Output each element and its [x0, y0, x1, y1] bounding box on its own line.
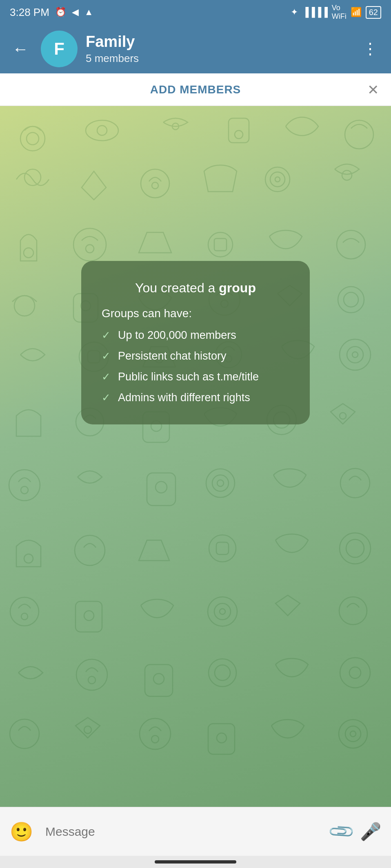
- navigation-icon: ◀: [72, 7, 79, 18]
- svg-point-34: [347, 347, 363, 363]
- svg-point-80: [350, 731, 356, 737]
- svg-point-2: [86, 120, 118, 141]
- svg-rect-5: [229, 118, 249, 143]
- more-button[interactable]: ⋮: [358, 36, 383, 62]
- svg-rect-58: [76, 601, 102, 632]
- alarm-icon: ⏰: [55, 7, 66, 18]
- svg-point-47: [212, 475, 229, 491]
- svg-point-21: [14, 296, 35, 316]
- group-title[interactable]: Family: [86, 33, 350, 51]
- info-title-plain: You created a: [135, 280, 219, 295]
- doodle-overlay: [0, 106, 391, 807]
- svg-point-4: [172, 123, 179, 130]
- svg-point-67: [153, 674, 164, 684]
- svg-point-52: [209, 535, 236, 562]
- add-members-label[interactable]: ADD MEMBERS: [150, 83, 241, 96]
- svg-point-9: [141, 169, 169, 198]
- wifi-icon: 📶: [351, 7, 362, 18]
- svg-point-14: [342, 170, 352, 180]
- svg-rect-53: [216, 542, 229, 554]
- svg-point-35: [352, 352, 358, 358]
- svg-point-7: [345, 120, 373, 149]
- alert-icon: ▲: [84, 7, 93, 18]
- back-button[interactable]: ←: [8, 36, 33, 62]
- svg-point-17: [86, 245, 94, 253]
- info-card: You created a group Groups can have: ✓ U…: [81, 261, 310, 424]
- list-item-text-2: Persistent chat history: [118, 350, 227, 362]
- svg-point-48: [217, 480, 224, 486]
- svg-point-72: [10, 719, 39, 749]
- list-item: ✓ Public links such as t.me/title: [102, 371, 289, 383]
- list-item: ✓ Admins with different rights: [102, 391, 289, 404]
- svg-point-15: [24, 248, 33, 258]
- svg-point-70: [340, 658, 370, 688]
- svg-point-46: [206, 469, 235, 497]
- svg-point-65: [88, 676, 96, 684]
- list-item-text-3: Public links such as t.me/title: [118, 371, 259, 383]
- svg-point-42: [9, 470, 40, 501]
- svg-point-49: [340, 468, 370, 498]
- svg-point-12: [270, 172, 285, 187]
- info-card-subtitle: Groups can have:: [102, 307, 289, 320]
- svg-point-75: [151, 735, 159, 743]
- svg-point-78: [339, 720, 367, 748]
- close-button[interactable]: ✕: [367, 82, 379, 98]
- avatar-letter: F: [54, 39, 64, 59]
- svg-rect-19: [214, 239, 227, 251]
- svg-point-73: [84, 726, 91, 733]
- svg-point-8: [24, 169, 41, 186]
- svg-point-6: [235, 130, 243, 139]
- svg-point-79: [345, 726, 361, 742]
- add-members-bar: ADD MEMBERS ✕: [0, 73, 391, 106]
- group-avatar[interactable]: F: [41, 31, 78, 67]
- check-icon-4: ✓: [102, 391, 111, 404]
- bluetooth-icon: ✦: [291, 7, 298, 18]
- svg-point-16: [73, 228, 106, 261]
- chat-background: You created a group Groups can have: ✓ U…: [0, 106, 391, 807]
- emoji-button[interactable]: 🙂: [10, 821, 33, 843]
- svg-point-45: [156, 481, 167, 493]
- svg-point-68: [209, 659, 236, 687]
- home-bar: [155, 860, 236, 864]
- svg-point-74: [140, 718, 171, 749]
- chat-header: ← F Family 5 members ⋮: [0, 24, 391, 73]
- status-bar: 3:28 PM ⏰ ◀ ▲ ✦ ▐▐▐▐ VoWiFi 📶 62: [0, 0, 391, 24]
- svg-point-20: [337, 230, 365, 259]
- svg-point-62: [220, 609, 225, 614]
- svg-point-43: [21, 486, 28, 494]
- list-item: ✓ Up to 200,000 members: [102, 329, 289, 342]
- signal-icon: ▐▐▐▐: [302, 7, 327, 18]
- info-card-list: ✓ Up to 200,000 members ✓ Persistent cha…: [102, 329, 289, 404]
- svg-point-54: [340, 533, 371, 564]
- header-info: Family 5 members: [86, 33, 350, 65]
- status-time: 3:28 PM: [10, 6, 49, 19]
- svg-point-50: [24, 554, 33, 563]
- svg-point-13: [275, 177, 280, 182]
- svg-point-1: [27, 133, 39, 145]
- svg-point-69: [215, 665, 230, 680]
- message-input-bar: 🙂 📎 🎤: [0, 807, 391, 856]
- svg-point-10: [152, 182, 158, 189]
- svg-point-0: [20, 126, 45, 151]
- svg-point-57: [21, 613, 28, 620]
- svg-rect-66: [145, 665, 173, 696]
- svg-rect-76: [208, 724, 235, 754]
- info-title-bold: group: [219, 280, 256, 295]
- svg-point-11: [265, 167, 290, 192]
- svg-point-18: [208, 232, 233, 257]
- svg-point-64: [76, 659, 107, 690]
- svg-point-59: [84, 611, 94, 621]
- list-item-text-4: Admins with different rights: [118, 391, 250, 404]
- message-input[interactable]: [41, 825, 322, 839]
- svg-point-55: [346, 539, 364, 557]
- microphone-button[interactable]: 🎤: [360, 822, 381, 841]
- list-item: ✓ Persistent chat history: [102, 350, 289, 362]
- svg-point-61: [214, 603, 231, 620]
- svg-point-56: [10, 597, 39, 626]
- vo-wifi-icon: VoWiFi: [332, 4, 347, 21]
- info-card-title: You created a group: [102, 280, 289, 296]
- attach-button[interactable]: 📎: [327, 817, 355, 846]
- svg-point-60: [208, 597, 237, 626]
- svg-point-26: [338, 287, 364, 313]
- check-icon-2: ✓: [102, 350, 111, 362]
